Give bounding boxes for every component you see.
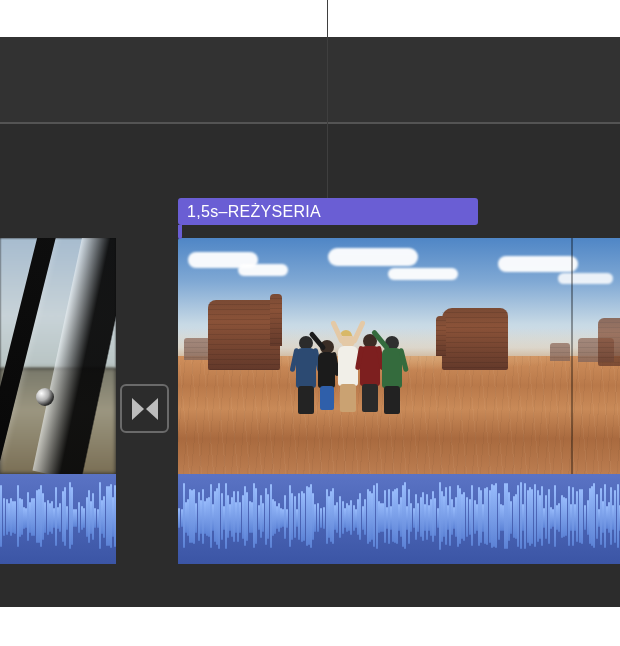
clip-2-frame-divider — [571, 238, 573, 474]
clip-2-video[interactable] — [178, 238, 620, 474]
callout-leader-line — [327, 0, 328, 198]
svg-marker-1 — [146, 398, 158, 420]
clip-1-audio[interactable] — [0, 474, 116, 564]
title-overlay-bar[interactable]: 1,5s – REŻYSERIA — [178, 198, 478, 225]
clip-1-video[interactable] — [0, 238, 116, 474]
timeline-area: 1,5s – REŻYSERIA — [0, 0, 620, 646]
title-start-marker — [178, 225, 182, 239]
title-name: REŻYSERIA — [228, 203, 321, 221]
transition-cross-dissolve[interactable] — [120, 384, 169, 433]
transition-icon — [130, 394, 160, 424]
svg-marker-0 — [132, 398, 144, 420]
title-duration: 1,5s — [187, 203, 218, 221]
toolbar-background — [0, 37, 620, 122]
title-separator: – — [218, 203, 227, 221]
clip-2-audio[interactable] — [178, 474, 620, 564]
